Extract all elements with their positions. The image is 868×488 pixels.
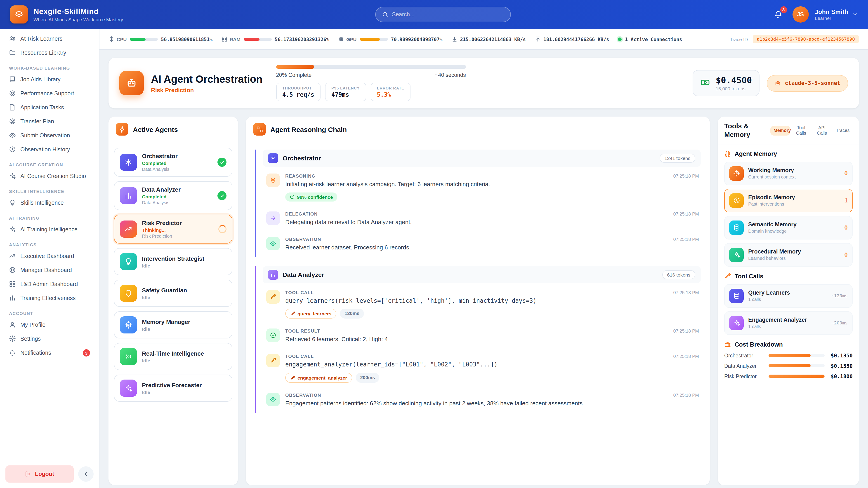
agent-status: Idle [142,326,190,331]
sidebar-item-observation-history[interactable]: Observation History [4,142,94,156]
tab-api-calls[interactable]: API Calls [812,123,832,138]
memory-count: 0 [844,170,848,177]
bar-chart-icon [268,269,278,280]
sidebar-item-at-risk-learners[interactable]: At-Risk Learners [4,32,94,46]
sidebar-item-transfer-plan[interactable]: Transfer Plan [4,114,94,128]
sidebar-item-label: Resources Library [20,50,66,56]
group-agent-name: Data Analyzer [283,271,324,278]
sidebar-item-my-profile[interactable]: My Profile [4,318,94,332]
cpu-icon [108,36,114,42]
step-type: TOOL CALL [285,354,314,359]
search-bar[interactable] [375,7,511,22]
ram-value: 56.173196203291326% [275,36,329,42]
logout-button[interactable]: Logout [5,465,74,483]
tab-memory[interactable]: Memory [770,126,790,135]
delegation-step: DELEGATION 07:25:18 PM Delegating data r… [263,206,701,232]
tab-traces[interactable]: Traces [833,126,852,135]
gear-icon [9,335,16,342]
memory-card-episodic[interactable]: Episodic Memory Past interventions 1 [724,189,852,212]
sidebar-item-executive-dashboard[interactable]: Executive Dashboard [4,249,94,263]
step-type: OBSERVATION [285,393,321,398]
agent-card-orchestrator[interactable]: Orchestrator Completed Data Analysis [114,148,232,177]
memory-name: Semantic Memory [748,221,797,228]
sidebar-item-job-aids-library[interactable]: Job Aids Library [4,72,94,86]
error-rate-metric: ERROR RATE 5.3% [370,83,410,101]
tool-call-step: TOOL CALL 07:25:18 PM query_learners(ris… [263,285,701,324]
cost-row-orchestrator: Orchestrator $0.1350 [724,352,852,359]
completed-check-icon [217,158,226,167]
robot-icon [119,71,144,95]
panel-title: Tools & Memory [724,122,757,139]
clock-icon [9,146,16,153]
sidebar-item-ai-course-creation-studio[interactable]: AI Course Creation Studio [4,169,94,183]
bell-icon [9,350,16,356]
progress-fill [276,65,314,69]
globe-icon [9,267,16,273]
pin-icon [266,173,280,187]
system-stats-bar: CPU 56.85198090611851% RAM 56.1731962032… [99,29,868,50]
cost-agent-name: Data Analyzer [724,363,764,368]
sidebar-item-label: At-Risk Learners [20,35,62,42]
step-text: Received learner dataset. Processing 6 r… [285,243,699,252]
sidebar-item-training-effectiveness[interactable]: Training Effectiveness [4,291,94,305]
sidebar-item-label: Training Effectiveness [20,295,76,301]
notifications-count-badge: 3 [83,349,90,357]
sidebar-item-label: Application Tasks [20,104,64,110]
connections-label: 1 Active Connections [625,36,682,42]
sidebar-item-application-tasks[interactable]: Application Tasks [4,100,94,114]
step-text: engagement_analyzer(learner_ids=["L001",… [285,361,699,369]
tool-call-card-query-learners[interactable]: Query Learners 1 calls ~120ms [724,284,852,307]
agent-card-data-analyzer[interactable]: Data Analyzer Completed Data Analysis [114,181,232,210]
sidebar-item-submit-observation[interactable]: Submit Observation [4,128,94,142]
agent-card-risk-predictor[interactable]: Risk Predictor Thinking... Risk Predicti… [114,215,232,243]
avatar[interactable]: JS [792,6,809,23]
sidebar-item-settings[interactable]: Settings [4,332,94,346]
memory-card-working[interactable]: Working Memory Current session context 0 [724,162,852,185]
sidebar-item-resources-library[interactable]: Resources Library [4,46,94,60]
observation-step: OBSERVATION 07:25:18 PM Engagement patte… [263,388,701,413]
sidebar-item-skills-intelligence[interactable]: Skills Intelligence [4,196,94,210]
agent-name: Orchestrator [142,153,178,160]
agent-card-predictive-forecaster[interactable]: Predictive Forecaster Idle [114,375,232,402]
brand: Nexgile-SkillMind Where AI Minds Shape W… [10,5,164,24]
cost-bar-fill [769,375,825,378]
cost-value: $0.1350 [829,352,852,359]
search-input[interactable] [392,11,504,18]
agent-card-intervention-strategist[interactable]: Intervention Strategist Idle [114,248,232,275]
sidebar-collapse-button[interactable] [78,466,94,482]
model-name: claude-3-5-sonnet [785,80,840,86]
agent-card-safety-guardian[interactable]: Safety Guardian Idle [114,280,232,307]
sidebar-item-ld-admin-dashboard[interactable]: L&D Admin Dashboard [4,277,94,291]
model-badge: claude-3-5-sonnet [767,75,848,92]
sidebar-item-performance-support[interactable]: Performance Support [4,86,94,100]
asterisk-icon [268,153,278,163]
eye-icon [266,393,280,406]
flow-icon [253,123,266,135]
tool-call-step: TOOL CALL 07:25:18 PM engagement_analyze… [263,349,701,388]
tab-tool-calls[interactable]: Tool Calls [791,123,811,138]
memory-card-semantic[interactable]: Semantic Memory Domain knowledge 0 [724,216,852,239]
book-icon [9,76,16,83]
sidebar-item-ai-training-intelligence[interactable]: AI Training Intelligence [4,222,94,236]
notifications-button[interactable]: 3 [771,7,786,22]
section-title: Agent Memory [735,150,777,157]
sidebar-section-ai-training: AI TRAINING [9,216,90,221]
trend-icon [9,253,16,259]
step-time: 07:25:18 PM [673,393,699,398]
user-menu[interactable]: John Smith Learner [815,8,858,21]
cost-bar-track [769,375,825,378]
folder-icon [9,49,16,56]
reasoning-step: REASONING 07:25:18 PM Initiating at-risk… [263,168,701,206]
agent-card-real-time-intelligence[interactable]: Real-Time Intelligence Idle [114,343,232,370]
agent-status: Completed [142,160,178,166]
tool-call-card-engagement-analyzer[interactable]: Engagement Analyzer 1 calls ~200ms [724,311,852,335]
page-subtitle: Risk Prediction [151,87,262,93]
sidebar-item-manager-dashboard[interactable]: Manager Dashboard [4,263,94,277]
sidebar-item-label: Notifications [20,350,51,356]
cost-bar-fill [769,354,811,357]
sidebar-item-notifications[interactable]: Notifications 3 [4,346,94,360]
agent-card-memory-manager[interactable]: Memory Manager Idle [114,311,232,338]
memory-card-procedural[interactable]: Procedural Memory Learned behaviors 0 [724,243,852,266]
user-name: John Smith [815,8,848,15]
section-title: Cost Breakdown [735,341,783,348]
